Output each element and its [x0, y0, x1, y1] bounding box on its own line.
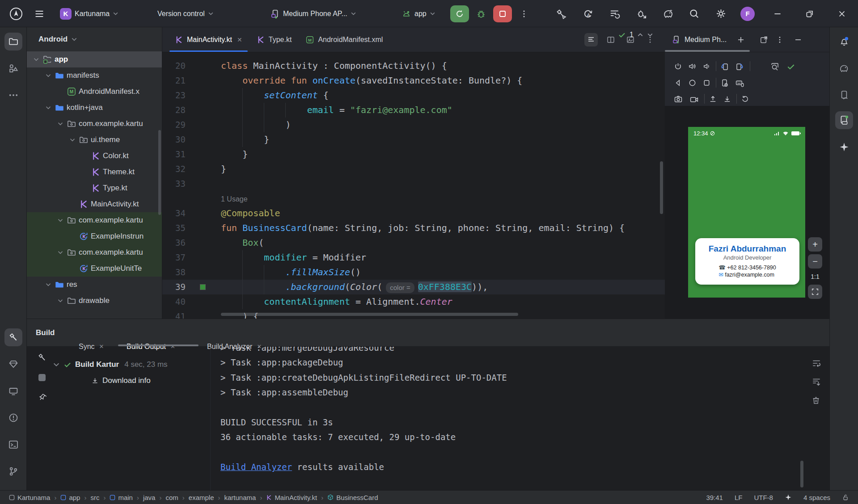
tree-item-com-example-kartu[interactable]: com.example.kartu	[27, 244, 162, 260]
tree-item-mainactivity-kt[interactable]: MainActivity.kt	[27, 196, 162, 212]
breadcrumb-example[interactable]: example	[189, 494, 214, 501]
tree-item-color-kt[interactable]: Color.kt	[27, 148, 162, 164]
download-button[interactable]	[723, 95, 731, 103]
apply-code-changes-button[interactable]	[609, 8, 621, 20]
sparkle-status-icon[interactable]	[785, 494, 792, 501]
build-console[interactable]: > Task :app:mergeDebugJavaResource > Tas…	[210, 347, 794, 490]
back-button[interactable]	[674, 79, 682, 87]
logcat-tool-button[interactable]	[4, 382, 22, 400]
tree-item-res[interactable]: res	[27, 277, 162, 293]
close-tab-icon[interactable]: ✕	[237, 36, 242, 43]
dependencies-tool-button[interactable]	[4, 355, 22, 373]
hide-panel-button[interactable]	[794, 35, 803, 44]
vcs-selector[interactable]: Version control	[157, 0, 214, 27]
device-settings-button[interactable]	[720, 79, 729, 88]
zoom-in-button[interactable]: +	[808, 237, 822, 252]
indent-setting[interactable]: 4 spaces	[803, 494, 830, 501]
editor-tab-mainactivity-kt[interactable]: MainActivity.kt✕	[168, 27, 249, 52]
reset-button[interactable]	[741, 95, 749, 103]
tree-item-ui-theme[interactable]: ui.theme	[27, 132, 162, 148]
breadcrumb-java[interactable]: java	[143, 494, 156, 501]
scroll-to-end-icon[interactable]	[812, 377, 821, 387]
device-tab[interactable]: Medium Ph...	[665, 35, 727, 44]
rotate-right-button[interactable]	[735, 62, 744, 71]
breadcrumb-kartunama[interactable]: Kartunama	[9, 494, 50, 501]
code-editor[interactable]: 20class MainActivity : ComponentActivity…	[162, 52, 665, 319]
more-tools-button[interactable]	[4, 86, 22, 104]
attach-debugger-button[interactable]	[636, 8, 647, 20]
device-more-button[interactable]	[776, 36, 784, 44]
screenshot-inspect-button[interactable]	[770, 62, 779, 71]
cursor-position[interactable]: 39:41	[706, 494, 723, 501]
editor-horizontal-scrollbar[interactable]	[221, 313, 518, 316]
build-child-node[interactable]: Download info	[53, 373, 168, 389]
power-button[interactable]	[674, 62, 682, 71]
build-filter-icon[interactable]	[37, 353, 47, 362]
tree-item-theme-kt[interactable]: Theme.kt	[27, 164, 162, 180]
screenshot-button[interactable]	[674, 95, 683, 104]
volume-down-button[interactable]	[702, 62, 711, 71]
hardware-input-button[interactable]	[735, 79, 744, 88]
close-button[interactable]	[837, 0, 847, 27]
notifications-button[interactable]	[835, 33, 853, 50]
editor-tab-type-kt[interactable]: Type.kt	[249, 27, 299, 52]
debug-button[interactable]	[476, 0, 486, 27]
overview-button[interactable]	[702, 79, 711, 87]
tree-item-drawable[interactable]: drawable	[27, 293, 162, 309]
project-selector[interactable]: K Kartunama	[60, 0, 118, 27]
problems-tool-button[interactable]	[4, 409, 22, 427]
breadcrumb-app[interactable]: app	[60, 494, 80, 501]
unlock-icon[interactable]	[842, 494, 849, 501]
device-manager-tool-button[interactable]	[835, 86, 853, 104]
editor-tab-androidmanifest-xml[interactable]: MAndroidManifest.xml	[299, 27, 390, 52]
search-everywhere-button[interactable]	[689, 0, 700, 27]
tree-item-exampleinstrun[interactable]: ExampleInstrun	[27, 228, 162, 244]
chevron-down-icon[interactable]	[647, 32, 653, 38]
tree-item-com-example-kartu[interactable]: com.example.kartu	[27, 212, 162, 228]
soft-wrap-icon[interactable]	[812, 358, 821, 368]
zoom-out-button[interactable]: −	[808, 254, 822, 269]
close-tab-icon[interactable]: ✕	[99, 343, 104, 350]
build-analyzer-link[interactable]: Build Analyzer	[220, 462, 292, 472]
color-preview-swatch[interactable]	[200, 284, 206, 290]
build-project-button[interactable]	[555, 8, 567, 20]
device-selector[interactable]: Medium Phone AP...	[270, 0, 356, 27]
main-menu-button[interactable]	[34, 0, 45, 27]
line-ending[interactable]: LF	[735, 494, 743, 501]
inspections-widget[interactable]: 1	[618, 31, 653, 39]
minimize-button[interactable]	[773, 0, 782, 27]
emulator-screen[interactable]: 12:34 Fazri Abdurrahman Android Develope…	[688, 127, 805, 298]
build-root-node[interactable]: Build Kartur 4 sec, 23 ms	[53, 357, 168, 373]
tree-item-com-example-kartu[interactable]: com.example.kartu	[27, 116, 162, 132]
apply-changes-button[interactable]: A	[582, 8, 594, 20]
tree-item-manifests[interactable]: manifests	[27, 67, 162, 84]
resource-manager-tool-button[interactable]	[4, 59, 22, 77]
editor-vertical-scrollbar[interactable]	[660, 161, 663, 214]
settings-button[interactable]	[715, 0, 727, 27]
chevron-up-icon[interactable]	[637, 32, 643, 38]
breadcrumb-kartunama[interactable]: kartunama	[224, 494, 256, 501]
terminal-tool-button[interactable]	[4, 436, 22, 454]
build-tool-button[interactable]	[4, 328, 22, 346]
user-avatar[interactable]: F	[740, 0, 755, 27]
breadcrumb-src[interactable]: src	[90, 494, 99, 501]
tree-item-kotlin-java[interactable]: kotlin+java	[27, 100, 162, 116]
project-view-selector[interactable]: Android	[27, 27, 162, 51]
stop-output-icon[interactable]	[38, 374, 46, 381]
project-tool-button[interactable]	[4, 33, 22, 50]
rerun-button[interactable]	[450, 0, 469, 27]
tree-item-type-kt[interactable]: Type.kt	[27, 180, 162, 196]
add-device-button[interactable]	[736, 35, 745, 44]
open-in-window-button[interactable]	[760, 35, 768, 44]
run-config-selector[interactable]: app	[402, 0, 435, 27]
build-scrollbar[interactable]	[800, 461, 803, 487]
rotate-left-button[interactable]	[720, 62, 729, 71]
upload-button[interactable]	[709, 95, 717, 103]
fit-to-window-button[interactable]	[808, 285, 822, 299]
clear-console-icon[interactable]	[812, 396, 821, 405]
split-view-button[interactable]	[604, 33, 617, 46]
breadcrumb-businesscard[interactable]: BusinessCard	[327, 494, 378, 501]
screen-record-button[interactable]	[689, 95, 699, 104]
gemini-tool-button[interactable]	[835, 138, 853, 156]
pin-icon[interactable]	[38, 393, 46, 402]
